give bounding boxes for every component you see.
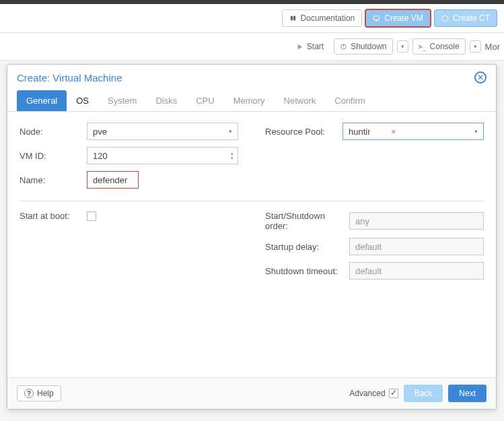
pool-clear-button[interactable]: × [391, 123, 396, 140]
vmid-spinner[interactable] [87, 147, 238, 164]
secondary-toolbar: Start Shutdown ▾ >_ Console ▾ Mor [0, 33, 504, 61]
vmid-spinner-buttons[interactable]: ▴ ▾ [226, 147, 238, 164]
pool-label: Resource Pool: [265, 127, 343, 137]
order-label: Start/Shutdown order: [265, 211, 349, 231]
pool-combo-trigger[interactable]: ▾ [468, 123, 484, 140]
start-button[interactable]: Start [290, 38, 330, 55]
dialog-tabs: General OS System Disks CPU Memory Netwo… [7, 90, 496, 112]
play-icon [296, 43, 303, 51]
spinner-down-icon: ▾ [231, 156, 233, 160]
tab-network[interactable]: Network [275, 90, 326, 111]
advanced-label: Advanced [349, 389, 385, 398]
shutdown-dropdown-caret[interactable]: ▾ [397, 40, 408, 53]
help-button[interactable]: ? Help [17, 385, 61, 401]
tab-memory[interactable]: Memory [224, 90, 275, 111]
name-label: Name: [20, 175, 87, 185]
tab-disks[interactable]: Disks [146, 90, 186, 111]
shutdown-timeout-label: Shutdown timeout: [265, 266, 349, 276]
console-button[interactable]: >_ Console [412, 38, 466, 55]
tab-general[interactable]: General [17, 90, 67, 111]
startup-delay-label: Startup delay: [265, 242, 349, 252]
node-combo[interactable] [87, 123, 238, 140]
power-icon [340, 43, 347, 51]
next-button[interactable]: Next [448, 385, 487, 402]
form-divider [20, 201, 484, 201]
book-icon [289, 15, 297, 22]
svg-rect-0 [374, 15, 380, 20]
header-toolbar: Documentation Create VM Create CT [0, 4, 504, 33]
create-ct-label: Create CT [453, 13, 490, 23]
documentation-button[interactable]: Documentation [282, 9, 363, 27]
tab-cpu[interactable]: CPU [186, 90, 223, 111]
create-vm-dialog: Create: Virtual Machine ✕ General OS Sys… [7, 64, 497, 410]
tab-system[interactable]: System [98, 90, 146, 111]
create-vm-label: Create VM [384, 13, 423, 23]
start-label: Start [307, 42, 324, 51]
start-at-boot-label: Start at boot: [20, 211, 87, 221]
dialog-close-button[interactable]: ✕ [474, 71, 487, 84]
tab-os[interactable]: OS [67, 90, 98, 111]
close-icon: ✕ [477, 73, 484, 82]
cube-icon [441, 15, 449, 22]
resource-pool-combo[interactable] [343, 123, 388, 140]
spinner-up-icon: ▴ [231, 151, 233, 156]
node-combo-trigger[interactable]: ▾ [222, 123, 238, 140]
dialog-body: Node: ▾ VM ID: ▴ ▾ [7, 112, 496, 377]
advanced-toggle[interactable]: Advanced [349, 389, 398, 398]
documentation-label: Documentation [301, 13, 355, 23]
shutdown-button[interactable]: Shutdown [334, 38, 392, 55]
advanced-checkbox[interactable] [389, 389, 398, 398]
monitor-icon [373, 15, 380, 22]
console-label: Console [430, 42, 460, 51]
console-icon: >_ [419, 43, 427, 51]
shutdown-label: Shutdown [351, 42, 386, 51]
dialog-title: Create: Virtual Machine [17, 72, 122, 84]
create-ct-button[interactable]: Create CT [434, 9, 497, 27]
more-truncated[interactable]: Mor [485, 42, 500, 52]
back-button[interactable]: Back [404, 385, 443, 402]
tab-confirm[interactable]: Confirm [325, 90, 375, 111]
name-input[interactable] [87, 171, 139, 189]
vmid-label: VM ID: [20, 151, 87, 161]
help-label: Help [37, 389, 54, 398]
help-icon: ? [24, 389, 34, 398]
dialog-header: Create: Virtual Machine ✕ [7, 65, 496, 90]
node-label: Node: [20, 127, 87, 137]
create-vm-button[interactable]: Create VM [365, 9, 430, 27]
shutdown-timeout-input[interactable] [349, 262, 484, 280]
console-dropdown-caret[interactable]: ▾ [470, 40, 481, 53]
order-input[interactable] [349, 212, 484, 230]
start-at-boot-checkbox[interactable] [87, 212, 96, 221]
dialog-footer: ? Help Advanced Back Next [7, 377, 496, 409]
startup-delay-input[interactable] [349, 238, 484, 255]
